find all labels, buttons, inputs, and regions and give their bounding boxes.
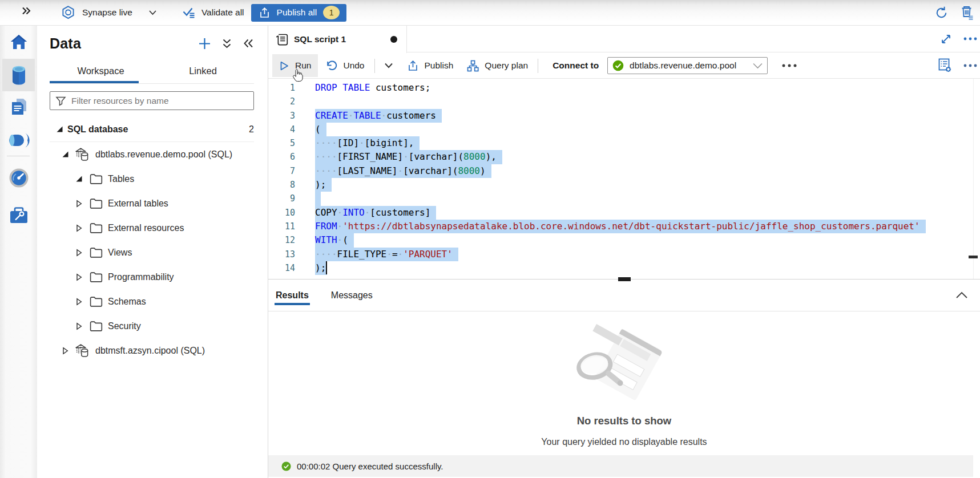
empty-state-subtitle: Your query yielded no displayable result…: [541, 437, 707, 447]
tree-item-label: Programmability: [108, 272, 174, 282]
collapse-panel-icon[interactable]: [243, 38, 254, 48]
toolbar-more-actions-icon[interactable]: [782, 64, 797, 67]
tree-item-views[interactable]: Views: [50, 240, 254, 265]
rail-item-home[interactable]: [2, 26, 35, 58]
collapse-results-chevron-up-icon[interactable]: [955, 291, 968, 299]
tree-item-label: dbtlabs.revenue.demo.pool (SQL): [95, 149, 232, 160]
caret-expanded-icon[interactable]: [62, 151, 69, 158]
chevron-down-icon: [384, 63, 393, 68]
tree-item-label: Security: [108, 321, 141, 331]
rail-item-data[interactable]: [2, 59, 35, 91]
caret-collapsed-icon[interactable]: [76, 200, 82, 208]
toolbox-icon: [9, 206, 29, 225]
tree-item-schemas[interactable]: Schemas: [50, 289, 254, 314]
properties-panel-icon[interactable]: [938, 58, 952, 73]
folder-icon: [90, 296, 103, 307]
more-run-options-button[interactable]: [377, 54, 400, 77]
publish-label: Publish: [425, 60, 454, 71]
tab-results[interactable]: Results: [275, 279, 310, 311]
caret-collapsed-icon[interactable]: [76, 322, 82, 330]
code-lines: DROP TABLE customers;CREATE·TABLE·custom…: [295, 81, 926, 279]
mode-label: Synapse live: [82, 7, 132, 18]
line-number: 8: [268, 178, 295, 192]
caret-collapsed-icon[interactable]: [76, 249, 82, 257]
tab-sql-script-1[interactable]: SQL script 1: [268, 26, 407, 53]
line-number: 13: [268, 248, 295, 261]
query-plan-button[interactable]: Query plan: [460, 54, 535, 77]
tree-item-label: External tables: [108, 199, 168, 209]
caret-expanded-icon[interactable]: [56, 125, 63, 133]
undo-label: Undo: [343, 60, 364, 71]
folder-icon: [90, 222, 103, 233]
editor-more-actions-icon[interactable]: [963, 64, 977, 67]
rail-item-integrate[interactable]: [2, 124, 35, 156]
line-number: 7: [268, 164, 295, 178]
tab-workspace[interactable]: Workspace: [50, 58, 152, 83]
folder-icon: [90, 321, 103, 331]
main-editor-area: SQL script 1 Run: [268, 26, 980, 478]
caret-expanded-icon[interactable]: [75, 175, 83, 183]
script-icon: [275, 33, 289, 47]
rail-item-develop[interactable]: [2, 90, 35, 123]
top-command-bar: Synapse live Validate all Publish all 1: [0, 0, 980, 26]
run-label: Run: [295, 60, 311, 71]
double-chevron-right-icon: [21, 6, 32, 16]
editor-toolbar: Run Undo Publish: [268, 53, 980, 79]
panel-resize-grip[interactable]: [618, 277, 631, 281]
documents-icon: [10, 97, 28, 116]
publish-count-badge: 1: [323, 6, 340, 19]
run-button[interactable]: Run: [272, 54, 318, 77]
caret-collapsed-icon[interactable]: [76, 224, 82, 232]
line-number: 12: [268, 233, 295, 247]
line-number: 4: [268, 123, 295, 136]
tree-item-dbtmsft-azsyn-cipool-sql[interactable]: dbtmsft.azsyn.cipool (SQL): [50, 338, 254, 363]
toolbar-separator: [538, 59, 538, 73]
connect-to-dropdown[interactable]: dbtlabs.revenue.demo.pool: [607, 57, 768, 74]
results-panel-header: Results Messages: [268, 279, 980, 311]
undo-icon: [326, 60, 337, 71]
rail-item-monitor[interactable]: [2, 161, 35, 194]
tab-more-actions-icon[interactable]: [963, 37, 977, 40]
run-play-icon: [279, 60, 289, 71]
tree-item-sql-database[interactable]: SQL database2: [50, 117, 254, 141]
caret-collapsed-icon[interactable]: [76, 298, 82, 306]
chevron-down-icon: [148, 10, 157, 15]
undo-button[interactable]: Undo: [319, 54, 371, 77]
tree-item-programmability[interactable]: Programmability: [50, 265, 254, 289]
publish-all-button[interactable]: Publish all 1: [251, 4, 347, 22]
mode-switcher-dropdown[interactable]: Synapse live: [61, 5, 157, 20]
folder-icon: [90, 247, 103, 258]
sql-code-editor[interactable]: 1234567891011121314 DROP TABLE customers…: [268, 79, 980, 279]
tree-item-external-resources[interactable]: External resources: [50, 216, 254, 240]
rail-divider: [7, 156, 30, 156]
tree-item-tables[interactable]: Tables: [50, 167, 254, 191]
expand-panel-button[interactable]: [0, 0, 37, 25]
code-line: [315, 192, 926, 205]
tab-messages[interactable]: Messages: [330, 279, 374, 311]
double-chevron-down-icon[interactable]: [222, 38, 232, 49]
discard-trash-icon[interactable]: [960, 5, 974, 20]
validate-all-button[interactable]: Validate all: [182, 6, 244, 19]
tab-linked[interactable]: Linked: [152, 58, 254, 83]
caret-collapsed-icon[interactable]: [62, 347, 68, 355]
tree-item-security[interactable]: Security: [50, 314, 254, 338]
document-tabstrip: SQL script 1: [268, 26, 980, 53]
line-number: 10: [268, 206, 295, 220]
code-line: FROM·'https://dbtlabsynapsedatalake.blob…: [315, 220, 926, 233]
left-navigation-rail: [0, 26, 37, 478]
results-empty-state: No results to show Your query yielded no…: [268, 311, 980, 455]
refresh-icon[interactable]: [934, 6, 949, 20]
empty-state-title: No results to show: [577, 415, 672, 427]
tree-item-external-tables[interactable]: External tables: [50, 191, 254, 216]
tree-item-dbtlabs-revenue-demo-pool-sql[interactable]: dbtlabs.revenue.demo.pool (SQL): [50, 142, 254, 167]
filter-resources-input[interactable]: [71, 96, 248, 106]
expand-editor-icon[interactable]: [941, 34, 951, 44]
rail-item-manage[interactable]: [2, 199, 35, 232]
add-plus-icon[interactable]: [198, 37, 211, 50]
publish-button[interactable]: Publish: [400, 54, 461, 77]
gauge-icon: [9, 168, 29, 188]
caret-collapsed-icon[interactable]: [76, 273, 82, 281]
tree-item-count: 2: [249, 124, 254, 135]
filter-funnel-icon: [55, 96, 66, 106]
query-plan-icon: [467, 60, 479, 72]
